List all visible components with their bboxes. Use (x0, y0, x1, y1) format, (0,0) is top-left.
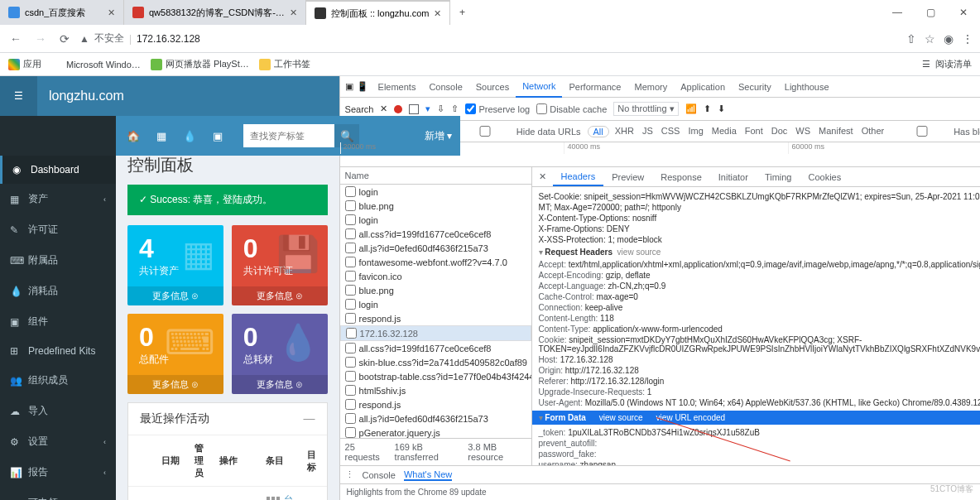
minimize-button[interactable]: — (881, 0, 914, 25)
request-checkbox[interactable] (345, 243, 356, 253)
request-row[interactable]: all.css?id=199fd1677ce0ce6cef8 (340, 227, 531, 241)
request-row[interactable]: respond.js (340, 397, 531, 411)
column-header[interactable]: 日期 (156, 435, 190, 487)
cell-admin[interactable]: 三张 (190, 487, 214, 501)
request-row[interactable]: favicon.ico (340, 269, 531, 283)
profile-icon[interactable]: ◉ (944, 32, 954, 46)
column-header[interactable]: 目标 (302, 435, 327, 487)
inspect-icon[interactable]: ▣ (345, 81, 353, 92)
request-checkbox[interactable] (345, 413, 356, 424)
tile-more-link[interactable]: 更多信息 ⊙ (127, 286, 223, 305)
request-row[interactable]: all.js?id=0efed60df4636f215a73 (340, 411, 531, 425)
filter-toggle-icon[interactable]: ▾ (425, 103, 430, 114)
close-window-button[interactable]: ✕ (947, 0, 980, 25)
tab-close-icon[interactable]: ✕ (290, 7, 297, 18)
menu-icon[interactable]: ⋮ (962, 32, 973, 46)
sidebar-item[interactable]: ⊞Predefined Kits (0, 337, 116, 365)
sidebar-item[interactable]: ▣组件 (0, 306, 116, 337)
request-row[interactable]: html5shiv.js (340, 383, 531, 397)
apps-button[interactable]: 应用 (8, 58, 41, 70)
tile-more-link[interactable]: 更多信息 ⊙ (127, 375, 223, 394)
throttle-select[interactable]: No throttling ▾ (613, 102, 678, 116)
wifi-icon[interactable]: 📶 (685, 103, 697, 114)
clear-button[interactable] (409, 104, 419, 114)
request-headers-section[interactable]: Request Headers view source (539, 246, 980, 258)
record-button[interactable] (394, 105, 402, 113)
devtools-tab[interactable]: Sources (469, 76, 516, 98)
upload-icon[interactable]: ⬆ (704, 103, 711, 114)
request-row[interactable]: skin-blue.css?id=2a741dd5409582c0af89 (340, 355, 531, 369)
droplet-icon[interactable]: 💧 (180, 127, 199, 145)
detail-tab[interactable]: Timing (757, 167, 800, 186)
request-checkbox[interactable] (345, 343, 356, 353)
drawer-menu-icon[interactable]: ⋮ (345, 469, 354, 480)
filter-type[interactable]: All (588, 126, 609, 137)
component-icon[interactable]: ▣ (209, 127, 227, 145)
filter-type[interactable]: Manifest (816, 126, 856, 137)
preserve-log-checkbox[interactable]: Preserve log (465, 103, 530, 114)
sidebar-item[interactable]: ⚙设置‹ (0, 426, 116, 457)
detail-tab[interactable]: Initiator (710, 167, 757, 186)
sidebar-item[interactable]: ✎许可证 (0, 214, 116, 245)
blocked-cookies-checkbox[interactable]: Has blocked cookies (893, 126, 980, 137)
search-close-icon[interactable]: ✕ (380, 103, 387, 114)
download-icon[interactable]: ⬇ (718, 103, 725, 114)
filter-type[interactable]: Doc (769, 126, 790, 137)
request-checkbox[interactable] (345, 214, 356, 225)
filter-type[interactable]: JS (640, 126, 656, 137)
sidebar-toggle[interactable]: ☰ (0, 76, 37, 116)
filter-type[interactable]: Other (859, 126, 887, 137)
stat-tile[interactable]: 0总配件⌨更多信息 ⊙ (127, 314, 223, 394)
devtools-tab[interactable]: Console (422, 76, 468, 98)
devtools-tab[interactable]: Lighthouse (778, 76, 836, 98)
panel-collapse[interactable]: — (304, 411, 315, 426)
devtools-tab[interactable]: Application (674, 76, 732, 98)
share-icon[interactable]: ⇧ (906, 32, 916, 46)
request-checkbox[interactable] (345, 257, 356, 267)
request-row[interactable]: login (340, 185, 531, 199)
sidebar-item[interactable]: ⌨附属品 (0, 245, 116, 276)
request-checkbox[interactable] (345, 371, 356, 382)
request-row[interactable]: blue.png (340, 199, 531, 213)
request-row[interactable]: pGenerator.jquery.js (340, 425, 531, 438)
devtools-tab[interactable]: Elements (372, 76, 423, 98)
bookmark-player[interactable]: 网页播放器 PlaySt… (151, 58, 249, 70)
bookmark-work[interactable]: 工作书签 (259, 58, 310, 70)
request-row[interactable]: login (340, 297, 531, 311)
browser-tab[interactable]: csdn_百度搜索✕ (0, 0, 124, 25)
back-button[interactable]: ← (7, 32, 25, 46)
sidebar-item[interactable]: 📊报告‹ (0, 457, 116, 488)
cell-target[interactable] (302, 487, 327, 501)
tab-close-icon[interactable]: ✕ (434, 8, 441, 19)
sidebar-item[interactable]: ◉Dashboard (0, 156, 116, 184)
disable-cache-checkbox[interactable]: Disable cache (536, 103, 607, 114)
bookmark-ms[interactable]: Microsoft Windo… (51, 59, 141, 70)
devtools-tab[interactable]: Performance (562, 76, 627, 98)
up-icon[interactable]: ⇧ (451, 103, 459, 114)
dl-icon[interactable]: ⇩ (437, 103, 444, 114)
device-icon[interactable]: 📱 (357, 81, 368, 92)
name-column-header[interactable]: Name (340, 167, 531, 185)
request-checkbox[interactable] (345, 313, 356, 324)
reading-list-button[interactable]: ☰ 阅读清单 (922, 58, 972, 70)
column-header[interactable]: 条目 (261, 435, 302, 487)
tile-more-link[interactable]: 更多信息 ⊙ (232, 375, 328, 394)
new-button[interactable]: 新增 ▾ (425, 129, 452, 143)
sidebar-item[interactable]: ▭可申领 (0, 488, 116, 500)
request-checkbox[interactable] (345, 399, 356, 410)
stat-tile[interactable]: 4共计资产▦更多信息 ⊙ (127, 225, 223, 305)
request-checkbox[interactable] (345, 271, 356, 281)
request-row[interactable]: all.js?id=0efed60df4636f215a73 (340, 241, 531, 255)
filter-type[interactable]: WS (793, 126, 813, 137)
filter-type[interactable]: Font (742, 126, 766, 137)
sidebar-item[interactable]: 💧消耗品 (0, 276, 116, 306)
filter-type[interactable]: Media (709, 126, 739, 137)
detail-tab[interactable]: Headers (553, 167, 604, 186)
request-row[interactable]: all.css?id=199fd1677ce0ce6cef8 (340, 341, 531, 355)
stat-tile[interactable]: 0总耗材💧更多信息 ⊙ (232, 314, 328, 394)
detail-tab[interactable]: Cookies (800, 167, 850, 186)
devtools-tab[interactable]: Network (516, 76, 562, 98)
reload-button[interactable]: ⟳ (56, 32, 73, 46)
forward-button[interactable]: → (31, 32, 50, 46)
sidebar-item[interactable]: ☁导入 (0, 396, 116, 426)
